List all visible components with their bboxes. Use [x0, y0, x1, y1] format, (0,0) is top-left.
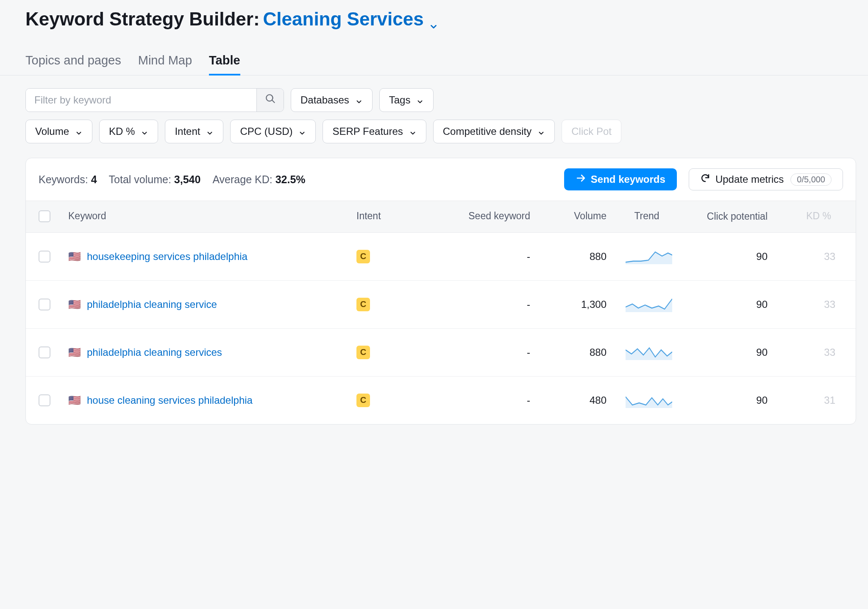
table-row: 🇺🇸philadelphia cleaning serviceC-1,30090…	[26, 281, 856, 329]
send-icon	[576, 173, 586, 186]
table-row: 🇺🇸philadelphia cleaning servicesC-880903…	[26, 329, 856, 377]
chevron-down-icon	[355, 96, 363, 104]
col-keyword[interactable]: Keyword	[68, 210, 356, 222]
chevron-down-icon	[75, 128, 83, 135]
flag-icon: 🇺🇸	[68, 347, 81, 358]
update-metrics-button[interactable]: Update metrics 0/5,000	[689, 168, 843, 190]
search-button[interactable]	[256, 89, 284, 112]
page-header: Keyword Strategy Builder: Cleaning Servi…	[25, 8, 868, 30]
project-selector[interactable]: Cleaning Services	[263, 8, 438, 30]
seed-value: -	[428, 346, 534, 358]
row-checkbox[interactable]	[39, 346, 50, 358]
keyword-link[interactable]: philadelphia cleaning service	[87, 299, 217, 310]
chevron-down-icon	[416, 96, 424, 104]
filter-competitive-density[interactable]: Competitive density	[433, 120, 555, 143]
chevron-down-icon	[206, 128, 214, 135]
filter-click-potential[interactable]: Click Pot	[562, 120, 621, 143]
trend-sparkline	[626, 297, 672, 312]
total-volume-label: Total volume:	[109, 173, 171, 185]
summary-bar: Keywords: 4 Total volume: 3,540 Average …	[26, 158, 856, 201]
filter-databases[interactable]: Databases	[291, 88, 373, 112]
table-header: Keyword Intent Seed keyword Volume Trend…	[26, 201, 856, 233]
tabs: Topics and pagesMind MapTable	[0, 50, 868, 75]
volume-value: 480	[534, 394, 611, 406]
table-row: 🇺🇸house cleaning services philadelphiaC-…	[26, 377, 856, 424]
seed-value: -	[428, 394, 534, 406]
tab-table[interactable]: Table	[209, 50, 240, 75]
flag-icon: 🇺🇸	[68, 395, 81, 405]
click-potential-value: 90	[687, 299, 772, 310]
results-card: Keywords: 4 Total volume: 3,540 Average …	[25, 158, 856, 425]
keywords-count-value: 4	[91, 173, 97, 185]
total-volume-value: 3,540	[174, 173, 201, 185]
col-trend[interactable]: Trend	[611, 210, 687, 222]
volume-value: 880	[534, 346, 611, 358]
keyword-link[interactable]: philadelphia cleaning services	[87, 346, 222, 358]
chevron-down-icon	[409, 128, 417, 135]
filter-serp-features[interactable]: SERP Features	[323, 120, 426, 143]
filter-keyword-input[interactable]	[26, 89, 256, 112]
avg-kd-label: Average KD:	[212, 173, 272, 185]
seed-value: -	[428, 251, 534, 263]
filter-tags[interactable]: Tags	[379, 88, 434, 112]
click-potential-value: 90	[687, 394, 772, 406]
chevron-down-icon	[141, 128, 148, 135]
col-volume[interactable]: Volume	[534, 210, 611, 222]
filter-bar: DatabasesTags VolumeKD %IntentCPC (USD)S…	[25, 88, 868, 143]
chevron-down-icon	[429, 14, 438, 24]
filter-cpc-usd-[interactable]: CPC (USD)	[230, 120, 316, 143]
intent-badge: C	[356, 394, 370, 407]
flag-icon: 🇺🇸	[68, 251, 81, 262]
col-intent[interactable]: Intent	[356, 210, 428, 222]
kd-value: 31	[772, 394, 835, 406]
project-name: Cleaning Services	[263, 8, 424, 30]
intent-badge: C	[356, 298, 370, 311]
click-potential-value: 90	[687, 251, 772, 263]
chevron-down-icon	[298, 128, 306, 135]
keywords-count-label: Keywords:	[39, 173, 88, 185]
avg-kd-value: 32.5%	[275, 173, 306, 185]
col-click[interactable]: Click potential	[687, 210, 772, 223]
tab-topics-and-pages[interactable]: Topics and pages	[25, 50, 121, 75]
update-count-badge: 0/5,000	[790, 173, 832, 186]
table-row: 🇺🇸housekeeping services philadelphiaC-88…	[26, 233, 856, 281]
intent-badge: C	[356, 250, 370, 263]
tab-mind-map[interactable]: Mind Map	[138, 50, 192, 75]
kd-value: 33	[772, 346, 835, 358]
volume-value: 1,300	[534, 299, 611, 310]
send-keywords-button[interactable]: Send keywords	[564, 168, 677, 190]
flag-icon: 🇺🇸	[68, 299, 81, 310]
row-checkbox[interactable]	[39, 299, 50, 310]
click-potential-value: 90	[687, 346, 772, 358]
chevron-down-icon	[537, 128, 545, 135]
trend-sparkline	[626, 345, 672, 360]
kd-value: 33	[772, 299, 835, 310]
search-wrap	[25, 88, 284, 112]
col-seed[interactable]: Seed keyword	[428, 210, 534, 222]
row-checkbox[interactable]	[39, 394, 50, 406]
keyword-link[interactable]: housekeeping services philadelphia	[87, 251, 248, 263]
seed-value: -	[428, 299, 534, 310]
trend-sparkline	[626, 249, 672, 264]
filter-kd-[interactable]: KD %	[99, 120, 158, 143]
page-title: Keyword Strategy Builder:	[25, 8, 260, 30]
intent-badge: C	[356, 346, 370, 359]
keyword-link[interactable]: house cleaning services philadelphia	[87, 394, 253, 406]
filter-intent[interactable]: Intent	[165, 120, 223, 143]
refresh-icon	[700, 173, 710, 186]
kd-value: 33	[772, 251, 835, 263]
col-kd[interactable]: KD %	[772, 210, 835, 222]
search-icon	[265, 93, 276, 107]
row-checkbox[interactable]	[39, 251, 50, 263]
filter-volume[interactable]: Volume	[25, 120, 92, 143]
select-all-checkbox[interactable]	[39, 210, 50, 222]
volume-value: 880	[534, 251, 611, 263]
trend-sparkline	[626, 393, 672, 408]
